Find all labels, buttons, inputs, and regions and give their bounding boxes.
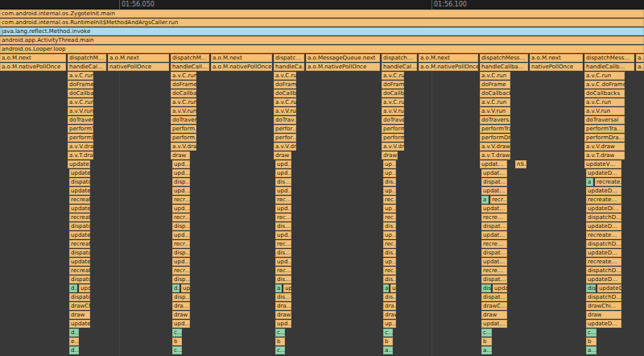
dispatch-flame-frame[interactable]: draw [383, 311, 396, 319]
dispatch-flame-frame[interactable]: doCallbacks [584, 89, 625, 97]
dispatch-flame-frame[interactable]: a.v.C.run [274, 72, 296, 80]
dispatch-flame-frame[interactable]: dis… [383, 178, 396, 186]
dispatch-flame-frame[interactable]: upd… [275, 187, 291, 195]
dispatch-flame-frame[interactable]: a.v.V.draw [382, 143, 404, 151]
dispatch-flame-frame[interactable]: up… [283, 284, 291, 292]
dispatch-flame-frame[interactable]: doFrame [480, 81, 510, 89]
poll-flame-frame[interactable]: nativePollOnce [530, 63, 583, 71]
dispatch-flame-frame[interactable]: updat… [480, 160, 507, 168]
dispatch-flame-frame[interactable]: update… [69, 258, 90, 266]
dispatch-flame-frame[interactable]: up… [383, 258, 396, 266]
dispatch-flame-frame[interactable]: a.v.V.draw [171, 143, 196, 151]
dispatch-flame-frame[interactable]: dispatch… [382, 54, 417, 62]
dispatch-flame-frame[interactable]: updat… [481, 320, 507, 328]
dispatch-flame-frame[interactable]: dra… [172, 302, 190, 310]
poll-flame-frame[interactable]: nativePollOnce [108, 63, 169, 71]
dispatch-flame-frame[interactable]: doFrame [171, 81, 196, 89]
dispatch-flame-frame[interactable]: a.v.V.run [274, 107, 296, 115]
dispatch-flame-frame[interactable]: handleCa… [274, 63, 304, 71]
dispatch-flame-frame[interactable]: rec… [383, 213, 396, 221]
dispatch-flame-frame[interactable]: e… [69, 337, 79, 346]
dispatch-flame-frame[interactable]: a.v.V.run [171, 107, 196, 115]
poll-flame-frame[interactable]: a.o.M.nativePollOnce [211, 63, 272, 71]
dispatch-flame-frame[interactable]: a [481, 196, 489, 204]
dispatch-flame-frame[interactable]: doCallbacks [480, 89, 510, 97]
dispatch-flame-frame[interactable]: rec… [383, 267, 396, 275]
dispatch-flame-frame[interactable]: dis… [275, 275, 291, 284]
dispatch-flame-frame[interactable]: drawCh… [69, 302, 90, 310]
dispatch-flame-frame[interactable]: dispat… [481, 222, 507, 230]
dispatch-flame-frame[interactable]: update… [69, 231, 90, 239]
dispatch-flame-frame[interactable]: recr… [490, 196, 507, 204]
dispatch-flame-frame[interactable]: c… [275, 346, 285, 354]
dispatch-flame-frame[interactable]: update… [69, 320, 90, 328]
dispatch-flame-frame[interactable]: performDra… [584, 134, 625, 142]
dispatch-flame-frame[interactable]: dis… [383, 293, 396, 301]
trace-slice[interactable]: com.android.internal.os.RuntimeInit$Meth… [0, 19, 644, 27]
dispatch-flame-frame[interactable]: a.v.V.draw [480, 143, 510, 151]
dispatch-flame-frame[interactable]: d… [69, 346, 79, 354]
dispatch-flame-frame[interactable]: draw [586, 311, 621, 319]
dispatch-flame-frame[interactable]: upd… [172, 205, 190, 213]
dispatch-flame-frame[interactable]: dispatc… [69, 249, 90, 257]
dispatch-flame-frame[interactable]: a… [383, 346, 393, 354]
dispatch-flame-frame[interactable]: upd… [172, 258, 190, 266]
dispatch-flame-frame[interactable]: a.v.C.run [171, 72, 196, 80]
dispatch-flame-frame[interactable]: updateDi… [586, 205, 621, 213]
dispatch-flame-frame[interactable]: b [172, 337, 182, 346]
dispatch-flame-frame[interactable]: dis… [481, 284, 491, 292]
dispatch-flame-frame[interactable]: dispatc… [69, 178, 90, 186]
poll-flame-frame[interactable]: a.o.M.nativePollOnce [0, 63, 66, 71]
dispatch-flame-frame[interactable]: a… [481, 346, 492, 354]
dispatch-flame-frame[interactable]: b [481, 337, 492, 346]
dispatch-flame-frame[interactable]: handleCallba… [480, 63, 528, 71]
dispatch-flame-frame[interactable]: recreat… [69, 240, 90, 248]
dispatch-flame-frame[interactable]: performDra… [480, 134, 510, 142]
dispatch-flame-frame[interactable]: d… [69, 284, 77, 292]
dispatch-flame-frame[interactable]: b [586, 337, 597, 346]
dispatch-flame-frame[interactable]: b [383, 337, 393, 346]
dispatch-flame-frame[interactable]: performTr… [68, 125, 93, 133]
dispatch-flame-frame[interactable]: dispatchD… [586, 240, 621, 248]
dispatch-flame-frame[interactable]: draw [172, 311, 190, 319]
dispatch-flame-frame[interactable]: recr… [172, 267, 190, 275]
dispatch-flame-frame[interactable]: dra… [275, 302, 291, 310]
dispatch-flame-frame[interactable]: drawC… [481, 302, 507, 310]
dispatch-flame-frame[interactable]: rec… [383, 196, 396, 204]
dispatch-flame-frame[interactable]: nS… [515, 160, 526, 168]
dispatch-flame-frame[interactable]: up… [383, 320, 396, 328]
dispatch-flame-frame[interactable]: handleCal… [382, 63, 417, 71]
dispatch-flame-frame[interactable]: u… [390, 284, 396, 292]
dispatch-flame-frame[interactable]: doCallba… [171, 89, 196, 97]
dispatch-flame-frame[interactable]: updateD… [586, 169, 621, 177]
dispatch-flame-frame[interactable]: performTra… [480, 125, 510, 133]
dispatch-flame-frame[interactable]: dis… [275, 293, 291, 301]
dispatch-flame-frame[interactable]: update… [79, 284, 90, 292]
dispatch-flame-frame[interactable]: draw [274, 151, 291, 159]
dispatch-flame-frame[interactable]: up… [181, 284, 190, 292]
dispatch-flame-frame[interactable]: updat… [481, 231, 507, 239]
dispatch-flame-frame[interactable]: up… [383, 231, 396, 239]
dispatch-flame-frame[interactable]: upd… [275, 320, 291, 328]
dispatch-flame-frame[interactable]: draw [275, 311, 291, 319]
dispatch-flame-frame[interactable]: c… [586, 329, 597, 337]
dispatch-flame-frame[interactable]: a.v.C.doFrame [584, 81, 625, 89]
dispatch-flame-frame[interactable]: doTraversal [68, 116, 93, 124]
poll-flame-frame[interactable]: a.o.M.next [108, 54, 169, 62]
dispatch-flame-frame[interactable]: handleCal… [68, 63, 106, 71]
dispatch-flame-frame[interactable]: recreat… [69, 196, 90, 204]
dispatch-flame-frame[interactable]: dispatc… [274, 54, 304, 62]
dispatch-flame-frame[interactable]: a.v.T.draw [68, 151, 93, 159]
dispatch-flame-frame[interactable]: rec… [275, 213, 291, 221]
dispatch-flame-frame[interactable]: update… [69, 205, 90, 213]
dispatch-flame-frame[interactable]: upd… [172, 320, 190, 328]
dispatch-flame-frame[interactable]: updat… [493, 284, 507, 292]
poll-flame-frame[interactable]: a.o.M.next [530, 54, 583, 62]
dispatch-flame-frame[interactable]: up… [383, 160, 396, 168]
dispatch-flame-frame[interactable]: recre… [481, 213, 507, 221]
dispatch-flame-frame[interactable]: dispat… [481, 293, 507, 301]
dispatch-flame-frame[interactable]: a [275, 284, 282, 292]
dispatch-flame-frame[interactable]: doFrame [274, 81, 296, 89]
dispatch-flame-frame[interactable]: recre… [481, 240, 507, 248]
dispatch-flame-frame[interactable]: doCallba… [382, 89, 404, 97]
